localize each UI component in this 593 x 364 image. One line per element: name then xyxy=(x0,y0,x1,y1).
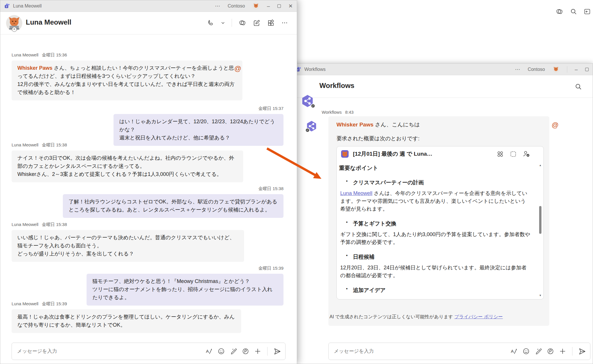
header-divider xyxy=(232,19,232,27)
message-time: 金曜日 15:39 xyxy=(258,266,283,271)
titlebar-divider xyxy=(567,66,567,73)
message-group: Luna Meowell金曜日 15:38 いい感じ！じゃあ、パーティーのテーマ… xyxy=(12,222,244,262)
svg-text:A: A xyxy=(511,349,514,354)
mention-link[interactable]: Whisker Paws xyxy=(17,65,52,71)
summary-card-header: [12月01日] 最後の 週 で Luna… xyxy=(337,146,543,160)
workflows-window: T Workflows ⋯ Contoso – ✓ Workflows xyxy=(291,63,593,364)
loop-icon[interactable] xyxy=(242,348,249,355)
message-time: 金曜日 15:39 xyxy=(42,301,67,307)
card-scrollbar[interactable]: ▲ ▼ xyxy=(539,163,542,297)
svg-text:T: T xyxy=(297,68,299,71)
close-button[interactable]: ✕ xyxy=(288,3,293,9)
message-time: 金曜日 15:37 xyxy=(258,106,283,111)
summary-card: [12月01日] 最後の 週 で Luna… 重要な xyxy=(336,146,544,299)
certified-check-badge: ✓ xyxy=(311,104,315,108)
ai-rewrite-icon[interactable] xyxy=(230,348,237,355)
message-time: 金曜日 15:38 xyxy=(258,186,283,192)
message-sender: Luna Meowell xyxy=(12,301,39,307)
search-icon[interactable] xyxy=(570,8,577,15)
mention-link[interactable]: Whisker Paws xyxy=(336,122,374,128)
summary-bullet-title: • クリスマスパーティーの計画 xyxy=(339,179,531,186)
more-options-icon[interactable] xyxy=(281,19,288,26)
mention-indicator: @ xyxy=(234,65,241,73)
copilot-icon[interactable] xyxy=(555,8,563,16)
account-avatar[interactable] xyxy=(252,3,259,10)
message-bubble: いい感じ！じゃあ、パーティーのテーマも決めたいんだ。普通のクリスマスでもいいけど… xyxy=(12,230,244,262)
notes-compose-icon[interactable] xyxy=(253,19,261,27)
maximize-button[interactable] xyxy=(277,4,281,8)
teams-logo-icon: T xyxy=(4,3,10,9)
minimize-button[interactable]: – xyxy=(575,67,578,72)
bullet-icon: • xyxy=(346,286,348,291)
capture-frame-icon[interactable] xyxy=(510,150,517,158)
apps-grid-icon[interactable] xyxy=(497,150,504,158)
maximize-button[interactable] xyxy=(585,68,589,71)
summary-bullet-title: • 追加アイデア xyxy=(339,286,531,294)
summary-bullet-title: • 予算とギフト交換 xyxy=(339,220,531,227)
summary-intro: 要求された概要は次のとおりです: xyxy=(336,135,541,142)
message-group: 金曜日 15:39 猫モチーフ、絶対ウケると思う！『Meowy Christma… xyxy=(87,266,283,306)
attach-plus-icon[interactable] xyxy=(559,348,566,355)
apps-icon[interactable] xyxy=(267,19,275,27)
message-sender: Luna Meowell xyxy=(12,52,39,58)
workflows-chat-header: ✓ Workflows xyxy=(292,75,593,98)
luna-titlebar: T Luna Meowell ⋯ Contoso – ✕ xyxy=(0,0,297,12)
privacy-policy-link[interactable]: プライバシー ポリシー xyxy=(454,314,503,319)
message-time: 金曜日 15:38 xyxy=(42,222,67,227)
emoji-icon[interactable] xyxy=(217,348,225,355)
workflows-message-avatar: ✓ xyxy=(306,120,317,132)
workflows-avatar[interactable]: ✓ xyxy=(301,94,314,108)
message-bubble: 了解！社内ラウンジならコストゼロでOK。外部なら、駅近のカフェで貸切プランがある… xyxy=(63,194,283,218)
window-title: Luna Meowell xyxy=(13,3,42,9)
message-group: Luna Meowell金曜日 15:36 Whisker Paws さん、ちょ… xyxy=(12,52,242,100)
summary-card-content: 重要なポイント • クリスマスパーティーの計画 Luna Meowell さんは… xyxy=(337,160,543,296)
message-input[interactable] xyxy=(334,348,510,354)
popout-window-icon[interactable] xyxy=(584,8,591,15)
message-sender: Luna Meowell xyxy=(12,222,39,227)
luna-chat-window: T Luna Meowell ⋯ Contoso – ✕ ✕ Luna Meow… xyxy=(0,0,297,364)
message-input[interactable] xyxy=(17,348,205,354)
message-list: Luna Meowell金曜日 15:36 Whisker Paws さん、ちょ… xyxy=(0,35,297,342)
workflows-titlebar: T Workflows ⋯ Contoso – xyxy=(292,64,593,75)
search-icon[interactable] xyxy=(574,83,582,91)
chat-title: Workflows xyxy=(319,82,354,90)
scroll-up-icon[interactable]: ▲ xyxy=(539,164,542,167)
format-icon[interactable]: A xyxy=(510,348,518,355)
presence-blocked-icon: ✕ xyxy=(12,27,17,32)
message-composer: A xyxy=(328,343,590,360)
scroll-down-icon[interactable]: ▼ xyxy=(539,294,542,297)
minimize-button[interactable]: – xyxy=(267,3,270,9)
message-bubble: はい！じゃあカレンダー見て、12/20、12/23、12/24あたりでどうかな？… xyxy=(114,114,283,146)
bullet-icon: • xyxy=(346,179,348,184)
svg-text:T: T xyxy=(6,5,8,8)
loop-icon[interactable] xyxy=(547,348,554,355)
svg-text:A: A xyxy=(206,349,209,354)
copilot-icon[interactable] xyxy=(238,19,246,27)
account-avatar[interactable] xyxy=(552,66,559,73)
call-icon[interactable] xyxy=(207,19,214,27)
attach-plus-icon[interactable] xyxy=(254,348,261,355)
call-options-chevron-icon[interactable] xyxy=(221,21,225,25)
send-icon[interactable] xyxy=(273,348,281,355)
person-check-icon[interactable] xyxy=(523,150,530,158)
card-title: [12月01日] 最後の 週 で Luna… xyxy=(353,150,493,158)
titlebar-more-button[interactable]: ⋯ xyxy=(515,67,520,72)
bullet-icon: • xyxy=(346,220,348,225)
summary-bullet-body: Luna Meowell さんは、今年のクリスマスパーティーを企画する意向を示し… xyxy=(339,190,531,213)
message-sender: Workflows xyxy=(322,110,342,115)
scroll-thumb[interactable] xyxy=(539,206,541,234)
bot-message-bubble: Whisker Paws さん、こんにちは 要求された概要は次のとおりです: [… xyxy=(328,116,549,326)
titlebar-more-button[interactable]: ⋯ xyxy=(215,3,220,9)
summary-bullet-title: • 日程候補 xyxy=(339,253,531,260)
composer-divider xyxy=(267,347,268,356)
tenant-name[interactable]: Contoso xyxy=(228,3,245,9)
ai-rewrite-icon[interactable] xyxy=(535,348,542,355)
send-icon[interactable] xyxy=(578,348,586,355)
screen: / T Workflows ⋯ Contoso – ✓ xyxy=(0,0,593,364)
tenant-name[interactable]: Contoso xyxy=(528,67,545,72)
emoji-icon[interactable] xyxy=(522,348,530,355)
ai-disclaimer: AI で生成されたコンテンツは正しくない可能性があります プライバシー ポリシー xyxy=(330,314,541,320)
message-time: 金曜日 15:36 xyxy=(42,52,67,58)
person-link[interactable]: Luna Meowell xyxy=(340,190,372,196)
format-icon[interactable]: A xyxy=(205,348,213,355)
